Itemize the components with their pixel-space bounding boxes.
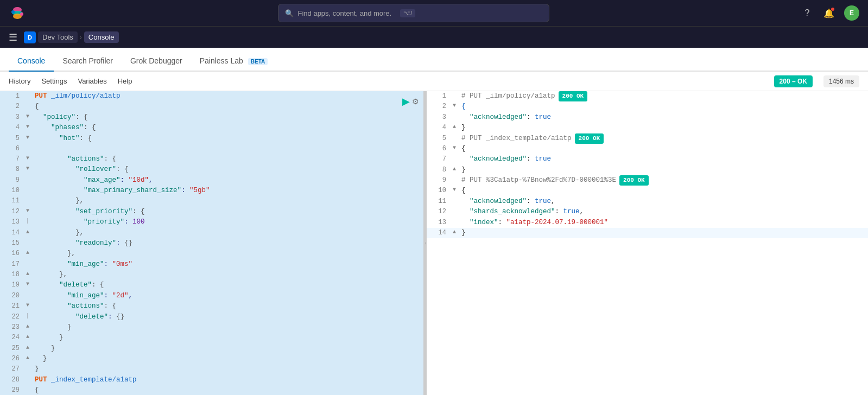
code-line-11: 11 }, <box>0 196 423 206</box>
output-line-10: 10 ▼ { <box>427 186 868 196</box>
code-line-16: 16 ▲ }, <box>0 249 423 259</box>
elastic-logo-area <box>9 4 26 22</box>
code-line-28: 28 PUT _index_template/a1atp <box>0 375 423 385</box>
code-line-25: 25 ▲ } <box>0 343 423 354</box>
output-line-1: 1 # PUT _ilm/policy/a1atp200 OK <box>427 91 868 101</box>
global-search-bar[interactable]: 🔍 Find apps, content, and more. ⌥/ <box>278 4 549 22</box>
code-line-1: 1 PUT _ilm/policy/a1atp <box>0 91 423 101</box>
code-line-15: 15 "readonly": {} <box>0 238 423 249</box>
code-line-24: 24 ▲ } <box>0 333 423 343</box>
run-button[interactable]: ▶ <box>402 95 410 107</box>
right-output-pane: 1 # PUT _ilm/policy/a1atp200 OK 2 ▼ { 3 … <box>427 91 868 395</box>
user-avatar[interactable]: E <box>844 5 859 21</box>
code-line-10: 10 "max_primary_shard_size": "5gb" <box>0 186 423 196</box>
beta-badge: BETA <box>248 58 268 65</box>
svg-point-5 <box>20 12 23 16</box>
left-editor-pane: ▶ ⚙ 1 PUT _ilm/policy/a1atp 2 { 3 ▼ "pol… <box>0 91 423 395</box>
wrench-button[interactable]: ⚙ <box>412 95 419 107</box>
code-line-2: 2 { <box>0 101 423 112</box>
help-icon[interactable]: ? <box>801 7 814 20</box>
devtools-breadcrumb-icon: D <box>24 31 36 43</box>
output-line-12: 12 "shards_acknowledged": true, <box>427 207 868 217</box>
code-line-7: 7 ▼ "actions": { <box>0 154 423 164</box>
code-line-12: 12 ▼ "set_priority": { <box>0 207 423 217</box>
search-shortcut: ⌥/ <box>400 9 415 17</box>
topbar-right: ? 🔔 E <box>801 5 859 21</box>
code-line-3: 3 ▼ "policy": { <box>0 112 423 123</box>
output-line-8: 8 ▲ } <box>427 165 868 175</box>
global-search-container: 🔍 Find apps, content, and more. ⌥/ <box>33 4 794 22</box>
hamburger-menu-button[interactable]: ☰ <box>9 31 17 43</box>
output-line-7: 7 "acknowledged": true <box>427 154 868 164</box>
help-button[interactable]: Help <box>118 77 132 85</box>
editor-layout: ▶ ⚙ 1 PUT _ilm/policy/a1atp 2 { 3 ▼ "pol… <box>0 91 868 395</box>
variables-button[interactable]: Variables <box>78 77 106 85</box>
output-line-3: 3 "acknowledged": true <box>427 112 868 123</box>
history-button[interactable]: History <box>9 77 30 85</box>
breadcrumb-bar: ☰ D Dev Tools › Console <box>0 26 868 48</box>
code-line-27: 27 } <box>0 364 423 374</box>
code-line-19: 19 ▼ "delete": { <box>0 280 423 290</box>
tab-console[interactable]: Console <box>9 51 54 72</box>
output-line-6: 6 ▼ { <box>427 144 868 154</box>
code-line-21: 21 ▼ "actions": { <box>0 301 423 311</box>
time-badge: 1456 ms <box>823 75 859 87</box>
tab-grok-debugger[interactable]: Grok Debugger <box>122 51 191 72</box>
console-toolbar: History Settings Variables Help 200 – OK… <box>0 72 868 91</box>
search-icon: 🔍 <box>285 9 294 17</box>
output-line-2: 2 ▼ { <box>427 101 868 112</box>
code-line-5: 5 ▼ "hot": { <box>0 133 423 144</box>
tab-painless-lab[interactable]: Painless Lab BETA <box>191 51 277 72</box>
code-line-20: 20 "min_age": "2d", <box>0 291 423 301</box>
svg-point-4 <box>11 10 15 14</box>
run-button-area: ▶ ⚙ <box>402 95 419 107</box>
code-line-6: 6 <box>0 144 423 154</box>
settings-button[interactable]: Settings <box>41 77 67 85</box>
output-line-5: 5 # PUT _index_template/a1atp200 OK <box>427 133 868 144</box>
code-line-13: 13 | "priority": 100 <box>0 217 423 227</box>
tab-bar: Console Search Profiler Grok Debugger Pa… <box>0 48 868 72</box>
topbar: 🔍 Find apps, content, and more. ⌥/ ? 🔔 E <box>0 0 868 26</box>
code-line-14: 14 ▲ }, <box>0 228 423 238</box>
left-editor-content[interactable]: 1 PUT _ilm/policy/a1atp 2 { 3 ▼ "policy"… <box>0 91 423 395</box>
output-line-13: 13 "index": "a1atp-2024.07.19-000001" <box>427 218 868 228</box>
breadcrumb-console[interactable]: Console <box>84 31 119 43</box>
search-placeholder: Find apps, content, and more. <box>298 9 392 17</box>
notifications-icon[interactable]: 🔔 <box>822 7 835 20</box>
code-line-29: 29 { <box>0 385 423 395</box>
breadcrumb-separator: › <box>80 34 82 41</box>
output-line-14: 14 ▲ } <box>427 228 868 238</box>
output-line-9: 9 # PUT %3Ca1atp-%7Bnow%2Fd%7D-000001%3E… <box>427 175 868 186</box>
code-line-22: 22 | "delete": {} <box>0 312 423 322</box>
code-line-8: 8 ▼ "rollover": { <box>0 164 423 175</box>
code-line-9: 9 "max_age": "10d", <box>0 175 423 186</box>
output-line-11: 11 "acknowledged": true, <box>427 196 868 207</box>
breadcrumb-devtools[interactable]: Dev Tools <box>38 31 78 43</box>
output-line-4: 4 ▲ } <box>427 123 868 133</box>
code-line-23: 23 ▲ } <box>0 322 423 333</box>
tab-search-profiler[interactable]: Search Profiler <box>54 51 122 72</box>
code-line-18: 18 ▲ }, <box>0 270 423 280</box>
elastic-logo-icon <box>9 4 26 22</box>
code-line-4: 4 ▼ "phases": { <box>0 123 423 133</box>
status-badge: 200 – OK <box>774 75 813 87</box>
code-line-26: 26 ▲ } <box>0 354 423 364</box>
code-line-17: 17 "min_age": "0ms" <box>0 259 423 270</box>
